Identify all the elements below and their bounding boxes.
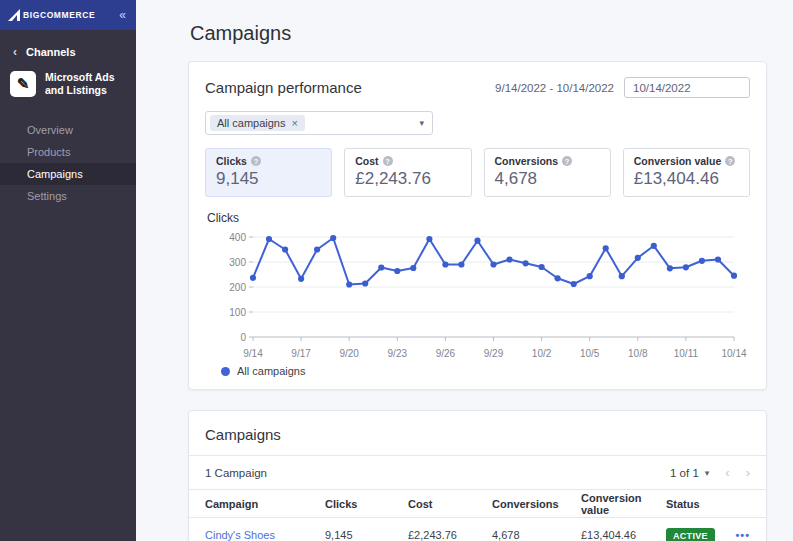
help-icon[interactable]: ? (562, 156, 572, 166)
col-clicks: Clicks (325, 498, 408, 510)
metric-conversions[interactable]: Conversions? 4,678 (484, 148, 611, 197)
col-cost: Cost (408, 498, 492, 510)
brand-text: BIGCOMMERCE (23, 10, 95, 20)
metric-label: Conversion value (634, 155, 722, 167)
help-icon[interactable]: ? (251, 156, 261, 166)
chevron-down-icon: ▾ (705, 468, 710, 478)
metric-value: 9,145 (216, 169, 321, 189)
pagination: 1 of 1 ▾ ‹ › (670, 465, 750, 480)
sidebar-topbar: BIGCOMMERCE « (0, 0, 136, 30)
cell-clicks: 9,145 (325, 529, 408, 541)
filter-chip: All campaigns × (210, 115, 305, 131)
table-toolbar: 1 Campaign 1 of 1 ▾ ‹ › (189, 456, 766, 490)
col-campaign: Campaign (205, 498, 325, 510)
table-header-row: Campaign Clicks Cost Conversions Convers… (189, 490, 766, 518)
svg-text:200: 200 (229, 282, 246, 293)
nav-label: Overview (27, 124, 73, 136)
svg-text:10/5: 10/5 (580, 348, 600, 359)
status-badge: ACTIVE (666, 528, 715, 541)
metric-value: 4,678 (495, 169, 600, 189)
svg-text:9/26: 9/26 (436, 348, 456, 359)
help-icon[interactable]: ? (383, 156, 393, 166)
chevron-left-icon: ‹ (13, 45, 17, 59)
metric-cost[interactable]: Cost? £2,243.76 (344, 148, 471, 197)
col-status: Status (666, 498, 730, 510)
cell-conversion-value: £13,404.46 (581, 529, 666, 541)
svg-text:10/8: 10/8 (628, 348, 648, 359)
cell-cost: £2,243.76 (408, 529, 492, 541)
help-icon[interactable]: ? (725, 156, 735, 166)
svg-text:9/14: 9/14 (243, 348, 263, 359)
legend-dot-icon (221, 367, 230, 376)
svg-text:0: 0 (240, 332, 246, 343)
sidebar-nav: Overview Products Campaigns Settings (0, 119, 136, 207)
main-content: Campaigns Campaign performance 9/14/2022… (136, 0, 793, 541)
performance-card-title: Campaign performance (205, 79, 362, 96)
channels-label: Channels (26, 46, 76, 58)
channel-name: Microsoft Ads and Listings (45, 71, 130, 96)
col-conversions: Conversions (492, 498, 581, 510)
svg-text:9/17: 9/17 (291, 348, 311, 359)
svg-text:300: 300 (229, 257, 246, 268)
metric-value: £13,404.46 (634, 169, 739, 189)
metric-label: Clicks (216, 155, 247, 167)
sidebar-item-overview[interactable]: Overview (0, 119, 136, 141)
metric-clicks[interactable]: Clicks? 9,145 (205, 148, 332, 197)
page-indicator: 1 of 1 (670, 467, 699, 479)
sidebar-item-products[interactable]: Products (0, 141, 136, 163)
date-range-text: 9/14/2022 - 10/14/2022 (495, 82, 614, 94)
metric-cards: Clicks? 9,145 Cost? £2,243.76 Conversion… (205, 148, 750, 197)
chart-legend: All campaigns (221, 365, 750, 377)
campaign-performance-card: Campaign performance 9/14/2022 - 10/14/2… (188, 61, 767, 390)
date-input[interactable] (624, 77, 750, 98)
nav-label: Campaigns (27, 168, 83, 180)
microsoft-ads-icon: ✎ (10, 71, 36, 97)
page-select[interactable]: 1 of 1 ▾ (670, 467, 709, 479)
sidebar-item-settings[interactable]: Settings (0, 185, 136, 207)
svg-text:10/2: 10/2 (532, 348, 552, 359)
col-conversion-value: Conversion value (581, 492, 666, 516)
bigcommerce-logo: BIGCOMMERCE (8, 9, 95, 21)
legend-label: All campaigns (237, 365, 305, 377)
svg-text:400: 400 (229, 232, 246, 243)
cell-conversions: 4,678 (492, 529, 581, 541)
metric-value: £2,243.76 (355, 169, 460, 189)
nav-label: Settings (27, 190, 67, 202)
row-actions-icon[interactable]: ••• (730, 529, 750, 541)
svg-text:9/29: 9/29 (484, 348, 504, 359)
sidebar-item-campaigns[interactable]: Campaigns (0, 163, 136, 185)
table-row: Cindy's Shoes 9,145 £2,243.76 4,678 £13,… (189, 518, 766, 541)
collapse-sidebar-icon[interactable]: « (119, 9, 126, 21)
filter-chip-label: All campaigns (217, 117, 285, 129)
chip-remove-icon[interactable]: × (291, 117, 297, 129)
pencil-glyph: ✎ (17, 75, 30, 93)
back-to-channels[interactable]: ‹ Channels (0, 30, 136, 61)
nav-label: Products (27, 146, 70, 158)
campaign-count: 1 Campaign (205, 467, 267, 479)
metric-conversion-value[interactable]: Conversion value? £13,404.46 (623, 148, 750, 197)
bigcommerce-sail-icon (8, 9, 21, 21)
metric-label: Cost (355, 155, 378, 167)
campaign-link[interactable]: Cindy's Shoes (205, 529, 325, 541)
chart-title: Clicks (207, 211, 750, 225)
campaigns-card-title: Campaigns (189, 411, 766, 456)
page-title: Campaigns (190, 22, 767, 45)
metric-label: Conversions (495, 155, 559, 167)
campaigns-card: Campaigns 1 Campaign 1 of 1 ▾ ‹ › Campai… (188, 410, 767, 541)
svg-text:100: 100 (229, 307, 246, 318)
sidebar: BIGCOMMERCE « ‹ Channels ✎ Microsoft Ads… (0, 0, 136, 541)
svg-text:10/14: 10/14 (721, 348, 746, 359)
svg-text:10/11: 10/11 (674, 348, 699, 359)
chevron-down-icon: ▾ (419, 118, 424, 128)
chart-area: 01002003004009/149/179/209/239/269/2910/… (205, 227, 750, 365)
next-page-icon[interactable]: › (746, 465, 750, 480)
svg-text:9/20: 9/20 (339, 348, 359, 359)
clicks-line-chart: 01002003004009/149/179/209/239/269/2910/… (219, 229, 750, 361)
prev-page-icon[interactable]: ‹ (725, 465, 729, 480)
svg-text:9/23: 9/23 (388, 348, 408, 359)
status-badge-wrap: ACTIVE (666, 529, 730, 541)
channel-header: ✎ Microsoft Ads and Listings (0, 61, 136, 105)
campaign-filter-select[interactable]: All campaigns × ▾ (205, 111, 433, 135)
